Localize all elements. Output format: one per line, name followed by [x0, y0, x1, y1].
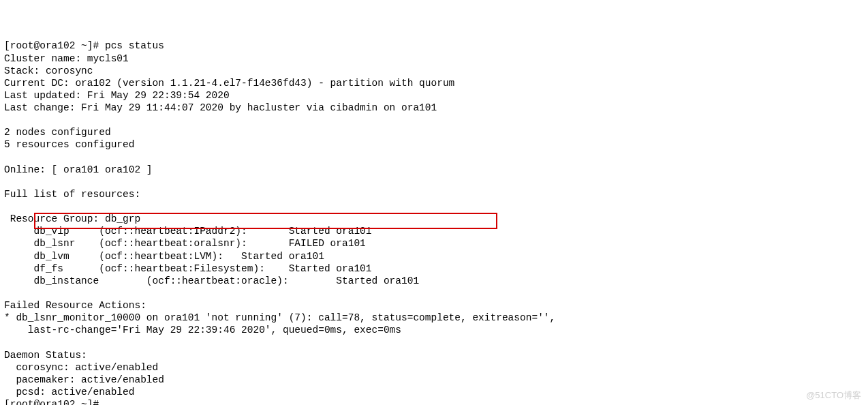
resource-df-fs: df_fs (ocf::heartbeat:Filesystem): Start… — [4, 263, 372, 274]
daemon-pcsd: pcsd: active/enabled — [4, 387, 134, 397]
daemon-pacemaker: pacemaker: active/enabled — [4, 374, 164, 385]
full-list-header: Full list of resources: — [4, 189, 140, 200]
online-nodes-line: Online: [ ora101 ora102 ] — [4, 164, 153, 175]
resource-db-instance: db_instance (ocf::heartbeat:oracle): Sta… — [4, 275, 419, 286]
resource-db-lvm: db_lvm (ocf::heartbeat:LVM): Started ora… — [4, 251, 324, 262]
stack-line: Stack: corosync — [4, 65, 93, 76]
command: pcs status — [105, 40, 164, 51]
failed-action-line-2: last-rc-change='Fri May 29 22:39:46 2020… — [4, 325, 401, 335]
shell-prompt-end[interactable]: [root@ora102 ~]# — [4, 399, 99, 405]
resource-db-lsnr: db_lsnr (ocf::heartbeat:oralsnr): FAILED… — [4, 238, 366, 249]
resource-db-vip: db_vip (ocf::heartbeat:IPaddr2): Started… — [4, 226, 372, 237]
current-dc-line: Current DC: ora102 (version 1.1.21-4.el7… — [4, 78, 454, 89]
last-change-line: Last change: Fri May 29 11:44:07 2020 by… — [4, 102, 437, 113]
shell-prompt: [root@ora102 ~]# — [4, 40, 105, 51]
daemon-status-header: Daemon Status: — [4, 350, 87, 361]
resources-configured-line: 5 resources configured — [4, 139, 134, 150]
resource-group-line: Resource Group: db_grp — [4, 213, 140, 224]
daemon-corosync: corosync: active/enabled — [4, 362, 158, 373]
cluster-name-line: Cluster name: mycls01 — [4, 53, 129, 64]
last-updated-line: Last updated: Fri May 29 22:39:54 2020 — [4, 90, 230, 101]
failed-actions-header: Failed Resource Actions: — [4, 300, 146, 311]
watermark: @51CTO博客 — [806, 390, 861, 401]
failed-action-line-1: * db_lsnr_monitor_10000 on ora101 'not r… — [4, 312, 555, 323]
nodes-configured-line: 2 nodes configured — [4, 127, 111, 138]
